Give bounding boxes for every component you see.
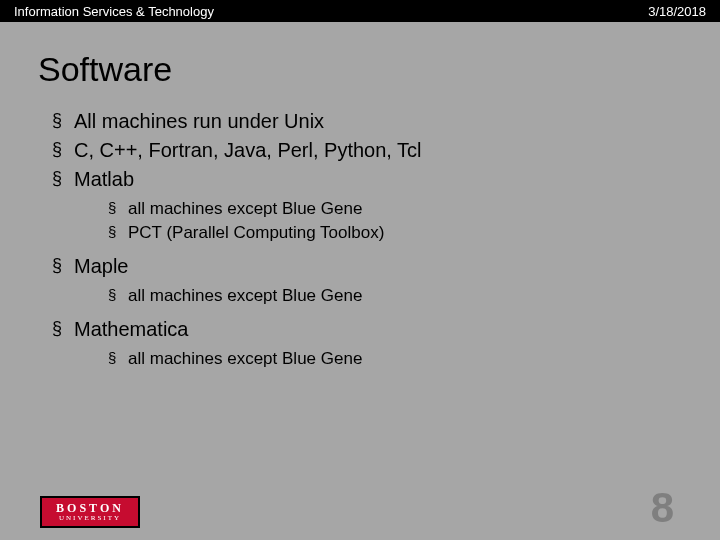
sub-bullet-item: all machines except Blue Gene (108, 347, 720, 371)
bullet-item: C, C++, Fortran, Java, Perl, Python, Tcl (52, 136, 720, 165)
bullet-item: Mathematica all machines except Blue Gen… (52, 315, 720, 378)
header-org: Information Services & Technology (14, 4, 214, 19)
slide-title: Software (38, 50, 720, 89)
bu-logo: BOSTON UNIVERSITY (40, 496, 140, 528)
bullet-item: Matlab all machines except Blue Gene PCT… (52, 165, 720, 252)
sub-bullet-list: all machines except Blue Gene PCT (Paral… (74, 197, 720, 245)
page-number: 8 (651, 484, 674, 532)
header-date: 3/18/2018 (648, 4, 706, 19)
header-bar: Information Services & Technology 3/18/2… (0, 0, 720, 22)
bullet-text: All machines run under Unix (74, 110, 324, 132)
bullet-text: Matlab (74, 168, 134, 190)
sub-bullet-list: all machines except Blue Gene (74, 347, 720, 371)
bullet-item: All machines run under Unix (52, 107, 720, 136)
bullet-text: Mathematica (74, 318, 189, 340)
sub-bullet-item: all machines except Blue Gene (108, 284, 720, 308)
sub-bullet-list: all machines except Blue Gene (74, 284, 720, 308)
footer: BOSTON UNIVERSITY 8 (0, 484, 720, 528)
bullet-list: All machines run under Unix C, C++, Fort… (0, 107, 720, 378)
logo-line1: BOSTON (56, 502, 124, 514)
slide: Information Services & Technology 3/18/2… (0, 0, 720, 540)
bullet-item: Maple all machines except Blue Gene (52, 252, 720, 315)
bullet-text: C, C++, Fortran, Java, Perl, Python, Tcl (74, 139, 422, 161)
sub-bullet-item: PCT (Parallel Computing Toolbox) (108, 221, 720, 245)
logo-line2: UNIVERSITY (59, 515, 121, 522)
bullet-text: Maple (74, 255, 128, 277)
sub-bullet-item: all machines except Blue Gene (108, 197, 720, 221)
